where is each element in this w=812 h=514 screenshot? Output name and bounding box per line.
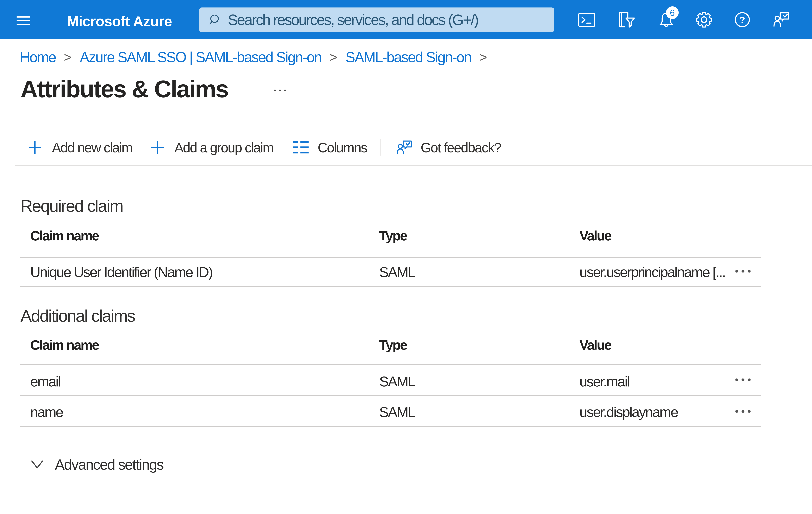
breadcrumb: Home > Azure SAML SSO | SAML-based Sign-…	[20, 48, 495, 66]
toolbar-rule	[15, 165, 812, 166]
settings-button[interactable]	[693, 8, 715, 31]
top-bar: Microsoft Azure Search resources, servic…	[0, 0, 812, 39]
breadcrumb-separator: >	[64, 50, 71, 65]
hamburger-icon	[17, 16, 30, 25]
column-header-value: Value	[579, 338, 611, 352]
plus-icon	[151, 141, 164, 154]
table-rule	[20, 364, 761, 365]
got-feedback-label: Got feedback?	[420, 140, 501, 156]
add-new-claim-button[interactable]: Add new claim	[28, 137, 132, 158]
column-header-type: Type	[379, 229, 407, 243]
row-ellipsis-icon	[735, 270, 751, 273]
columns-icon	[293, 140, 309, 155]
table-rule	[20, 286, 761, 287]
brand-title[interactable]: Microsoft Azure	[67, 2, 172, 41]
add-new-claim-label: Add new claim	[52, 140, 132, 156]
cell-value: user.userprincipalname [...	[579, 258, 725, 286]
column-header-claim-name: Claim name	[30, 229, 99, 243]
columns-label: Columns	[318, 140, 367, 156]
table-rule	[20, 426, 761, 427]
svg-text:?: ?	[740, 15, 745, 25]
search-icon	[209, 15, 220, 25]
page-title: Attributes & Claims	[21, 77, 228, 101]
column-header-claim-name: Claim name	[30, 338, 99, 352]
cell-value: user.mail	[579, 367, 629, 397]
directory-filter-icon	[617, 11, 635, 28]
cell-type: SAML	[379, 397, 415, 427]
help-button[interactable]: ?	[731, 8, 754, 31]
cell-claim-name[interactable]: Unique User Identifier (Name ID)	[30, 258, 212, 286]
add-group-claim-button[interactable]: Add a group claim	[151, 137, 273, 158]
cell-value: user.displayname	[579, 397, 678, 427]
cloud-shell-button[interactable]	[575, 8, 598, 31]
chevron-down-icon	[31, 461, 43, 469]
breadcrumb-saml-signon[interactable]: SAML-based Sign-on	[345, 49, 471, 66]
plus-icon	[28, 141, 41, 154]
search-placeholder: Search resources, services, and docs (G+…	[228, 11, 478, 28]
notification-badge: 6	[666, 6, 679, 19]
columns-button[interactable]: Columns	[293, 137, 367, 158]
add-group-claim-label: Add a group claim	[174, 140, 273, 156]
portal-menu-button[interactable]	[10, 8, 37, 34]
row-menu-button[interactable]	[731, 375, 755, 385]
cloud-shell-icon	[578, 10, 596, 29]
row-menu-button[interactable]	[731, 406, 755, 416]
ellipsis-icon	[274, 89, 286, 91]
cell-type: SAML	[379, 367, 415, 397]
got-feedback-button[interactable]: Got feedback?	[396, 137, 501, 158]
cell-claim-name[interactable]: email	[30, 367, 60, 397]
feedback-icon	[773, 11, 790, 28]
additional-claims-heading: Additional claims	[21, 307, 135, 324]
cell-type: SAML	[379, 258, 415, 286]
row-ellipsis-icon	[735, 378, 751, 381]
advanced-settings-label: Advanced settings	[55, 456, 163, 473]
toolbar-divider	[380, 139, 380, 156]
row-ellipsis-icon	[735, 410, 751, 413]
breadcrumb-separator: >	[480, 50, 487, 65]
column-header-value: Value	[579, 229, 611, 243]
column-header-type: Type	[379, 338, 407, 352]
got-feedback-icon	[396, 139, 412, 156]
breadcrumb-home[interactable]: Home	[20, 49, 56, 66]
help-icon: ?	[734, 11, 750, 28]
more-button[interactable]	[270, 84, 290, 97]
table-rule	[20, 395, 761, 396]
search-input[interactable]: Search resources, services, and docs (G+…	[199, 7, 554, 32]
gear-icon	[696, 11, 713, 28]
advanced-settings-toggle[interactable]: Advanced settings	[31, 456, 163, 473]
cell-claim-name[interactable]: name	[30, 397, 63, 427]
directory-filter-button[interactable]	[615, 8, 638, 31]
breadcrumb-saml-sso[interactable]: Azure SAML SSO | SAML-based Sign-on	[80, 49, 321, 66]
row-menu-button[interactable]	[731, 266, 755, 276]
feedback-button[interactable]	[770, 8, 793, 31]
required-claim-heading: Required claim	[21, 197, 123, 214]
breadcrumb-separator: >	[329, 50, 337, 65]
